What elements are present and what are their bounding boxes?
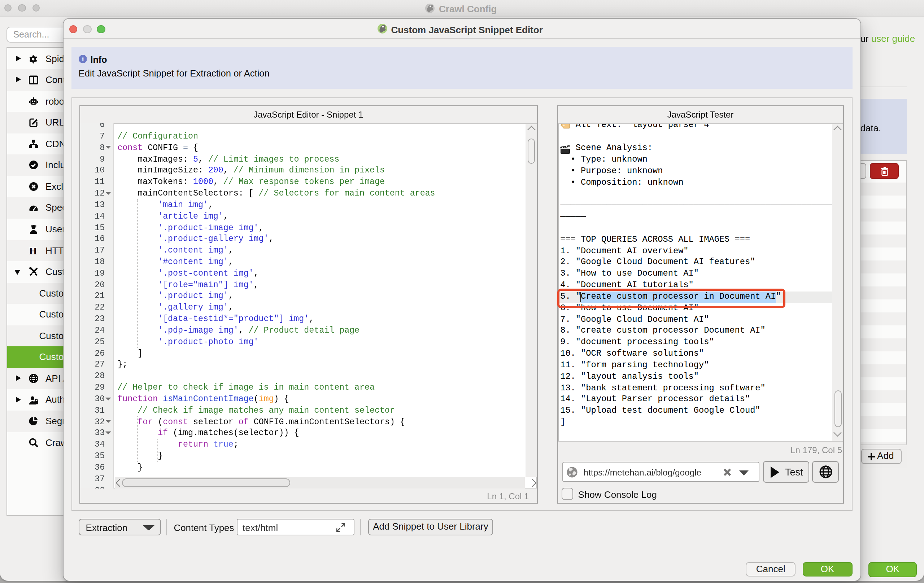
svg-text:H: H: [29, 246, 37, 255]
svg-text:i: i: [82, 55, 83, 63]
